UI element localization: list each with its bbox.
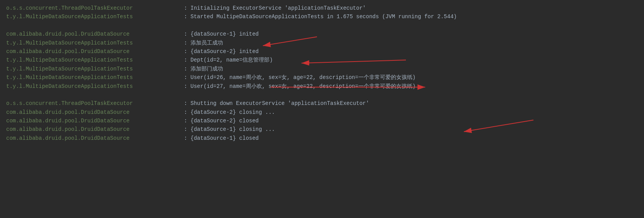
log-source: t.y.l.MultipeDataSourceApplicationTests: [6, 82, 184, 91]
log-message: : {dataSource-2} inited: [184, 47, 259, 56]
log-line: t.y.l.MultipeDataSourceApplicationTests …: [6, 56, 638, 64]
log-line: o.s.s.concurrent.ThreadPoolTaskExecutor …: [6, 4, 638, 12]
log-message: : {dataSource-1} closing ...: [184, 125, 275, 134]
log-line: t.y.l.MultipeDataSourceApplicationTests …: [6, 39, 638, 47]
log-line: o.s.s.concurrent.ThreadPoolTaskExecutor …: [6, 99, 638, 108]
log-source: t.y.l.MultipeDataSourceApplicationTests: [6, 12, 184, 21]
log-message: : {dataSource-1} inited: [184, 30, 259, 38]
log-line: [6, 21, 638, 30]
log-line: t.y.l.MultipeDataSourceApplicationTests …: [6, 82, 638, 91]
log-line: com.alibaba.druid.pool.DruidDataSource :…: [6, 117, 638, 125]
log-source: com.alibaba.druid.pool.DruidDataSource: [6, 125, 184, 134]
log-message: : User(id=27, name=周小欢, sex=女, age=22, d…: [184, 82, 416, 91]
log-message: : User(id=26, name=周小欢, sex=女, age=22, d…: [184, 73, 416, 82]
log-source: o.s.s.concurrent.ThreadPoolTaskExecutor: [6, 99, 184, 108]
log-line: com.alibaba.druid.pool.DruidDataSource :…: [6, 47, 638, 56]
log-line: [6, 91, 638, 99]
log-message: : {dataSource-1} closed: [184, 134, 259, 142]
log-message: : Initializing ExecutorService 'applicat…: [184, 4, 366, 12]
log-source: t.y.l.MultipeDataSourceApplicationTests: [6, 65, 184, 73]
log-source: com.alibaba.druid.pool.DruidDataSource: [6, 47, 184, 56]
log-message: : Started MultipeDataSourceApplicationTe…: [184, 12, 457, 21]
log-output: o.s.s.concurrent.ThreadPoolTaskExecutor …: [6, 4, 638, 142]
log-source: com.alibaba.druid.pool.DruidDataSource: [6, 117, 184, 125]
log-line: com.alibaba.druid.pool.DruidDataSource :…: [6, 125, 638, 134]
log-source: t.y.l.MultipeDataSourceApplicationTests: [6, 73, 184, 82]
log-source: com.alibaba.druid.pool.DruidDataSource: [6, 134, 184, 142]
log-source: com.alibaba.druid.pool.DruidDataSource: [6, 108, 184, 117]
log-source: t.y.l.MultipeDataSourceApplicationTests: [6, 39, 184, 47]
log-source: com.alibaba.druid.pool.DruidDataSource: [6, 30, 184, 38]
log-line: t.y.l.MultipeDataSourceApplicationTests …: [6, 65, 638, 73]
log-line: com.alibaba.druid.pool.DruidDataSource :…: [6, 108, 638, 117]
log-message: : Shutting down ExecutorService 'applica…: [184, 99, 369, 108]
log-line: com.alibaba.druid.pool.DruidDataSource :…: [6, 134, 638, 142]
log-line: t.y.l.MultipeDataSourceApplicationTests …: [6, 73, 638, 82]
log-line: t.y.l.MultipeDataSourceApplicationTests …: [6, 12, 638, 21]
log-line: com.alibaba.druid.pool.DruidDataSource :…: [6, 30, 638, 38]
console-container: o.s.s.concurrent.ThreadPoolTaskExecutor …: [0, 0, 644, 218]
log-source: o.s.s.concurrent.ThreadPoolTaskExecutor: [6, 4, 184, 12]
log-message: : 添加员工成功: [184, 39, 223, 47]
log-message: : {dataSource-2} closed: [184, 117, 259, 125]
log-message: : {dataSource-2} closing ...: [184, 108, 275, 117]
log-message: : Dept(id=2, name=信息管理部): [184, 56, 273, 64]
log-source: t.y.l.MultipeDataSourceApplicationTests: [6, 56, 184, 64]
log-message: : 添加部门成功: [184, 65, 223, 73]
